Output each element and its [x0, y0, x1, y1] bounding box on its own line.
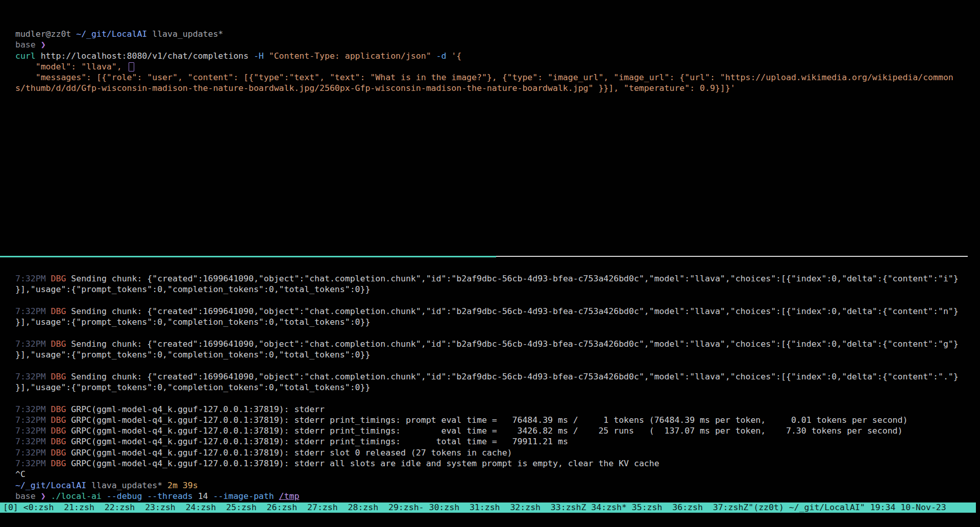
log-level: DBG [51, 404, 71, 414]
terminal-cursor [129, 62, 134, 71]
divider-white-segment [496, 256, 968, 257]
json-open: '{ [451, 51, 461, 61]
flag-data: -d [436, 51, 452, 61]
cwd-path: ~/_git/LocalAI [76, 29, 152, 39]
terminal-line: 7:32PM DBG GRPC(ggml-model-q4_k.gguf-127… [15, 458, 959, 469]
git-branch: llava_updates* [91, 481, 167, 490]
terminal-line: curl http://localhost:8080/v1/chat/compl… [15, 51, 953, 61]
interrupt-signal: ^C [15, 469, 26, 479]
terminal-line [15, 327, 959, 338]
log-time: 7:32PM [15, 274, 51, 283]
tmp-path-link[interactable]: /tmp [279, 491, 300, 501]
terminal-line: 7:32PM DBG GRPC(ggml-model-q4_k.gguf-127… [15, 404, 959, 415]
user-host: mudler@zz0t [15, 29, 76, 39]
terminal-line: 7:32PM DBG GRPC(ggml-model-q4_k.gguf-127… [15, 447, 959, 458]
log-level: DBG [51, 339, 71, 349]
terminal-line: "messages": [{"role": "user", "content":… [15, 72, 953, 83]
json-model-line: "model": "llava", [15, 62, 127, 71]
log-message: Sending chunk: {"created":1699641090,"ob… [71, 274, 958, 283]
tmux-session-label: [0] [3, 502, 23, 512]
cwd-path: ~/_git/LocalAI [15, 481, 91, 490]
tmux-status-bar: [0] <0:zsh 21:zsh 22:zsh 23:zsh 24:zsh 2… [0, 502, 976, 513]
log-time: 7:32PM [15, 404, 51, 414]
terminal-line: base ❯ ./local-ai --debug --threads 14 -… [15, 491, 959, 501]
log-message: GRPC(ggml-model-q4_k.gguf-127.0.0.1:3781… [71, 415, 908, 425]
terminal-line: }],"usage":{"prompt_tokens":0,"completio… [15, 317, 959, 327]
flag-header: -H [254, 51, 269, 61]
terminal-line: s/thumb/d/dd/Gfp-wisconsin-madison-the-n… [15, 83, 953, 93]
log-message: Sending chunk: {"created":1699641090,"ob… [71, 372, 958, 381]
log-message: }],"usage":{"prompt_tokens":0,"completio… [15, 382, 370, 392]
terminal-line: 7:32PM DBG GRPC(ggml-model-q4_k.gguf-127… [15, 436, 959, 447]
divider-teal-segment [0, 256, 496, 257]
conda-env: base [15, 40, 41, 50]
flags: --debug --threads [107, 491, 198, 501]
log-level: DBG [51, 426, 71, 436]
terminal-line: "model": "llava", [15, 61, 953, 72]
git-branch: llava_updates* [152, 29, 223, 39]
log-level: DBG [51, 274, 71, 283]
threads-value: 14 [198, 491, 213, 501]
terminal-window: { "colors": { "background": "#010101", "… [0, 0, 980, 527]
log-time: 7:32PM [15, 448, 51, 458]
terminal-line: base ❯ [15, 39, 953, 50]
log-message: GRPC(ggml-model-q4_k.gguf-127.0.0.1:3781… [71, 426, 902, 436]
log-time: 7:32PM [15, 372, 51, 381]
terminal-line: 7:32PM DBG GRPC(ggml-model-q4_k.gguf-127… [15, 425, 959, 436]
command-input-area[interactable]: mudler@zz0t ~/_git/LocalAI llava_updates… [15, 29, 953, 94]
log-message: Sending chunk: {"created":1699641090,"ob… [71, 339, 958, 349]
terminal-line: 7:32PM DBG Sending chunk: {"created":169… [15, 273, 959, 284]
tmux-right-status: "(zz0t) ~/_git/LocalAI" 19:34 10-Nov-23 [748, 502, 946, 512]
log-level: DBG [51, 306, 71, 316]
terminal-line: ^C [15, 469, 959, 480]
prompt-chevron: ❯ [41, 40, 46, 50]
conda-env: base [15, 491, 41, 501]
log-message: }],"usage":{"prompt_tokens":0,"completio… [15, 350, 370, 360]
terminal-line: }],"usage":{"prompt_tokens":0,"completio… [15, 284, 959, 295]
log-message: GRPC(ggml-model-q4_k.gguf-127.0.0.1:3781… [71, 459, 659, 468]
terminal-line: }],"usage":{"prompt_tokens":0,"completio… [15, 382, 959, 393]
terminal-line: 7:32PM DBG Sending chunk: {"created":169… [15, 371, 959, 382]
terminal-line: mudler@zz0t ~/_git/LocalAI llava_updates… [15, 29, 953, 39]
log-time: 7:32PM [15, 437, 51, 446]
json-messages-line: "messages": [{"role": "user", "content":… [15, 73, 953, 82]
log-time: 7:32PM [15, 459, 51, 468]
log-level: DBG [51, 415, 71, 425]
log-level: DBG [51, 372, 71, 381]
command-local-ai: ./local-ai [51, 491, 107, 501]
terminal-line: 7:32PM DBG Sending chunk: {"created":169… [15, 339, 959, 349]
log-message: GRPC(ggml-model-q4_k.gguf-127.0.0.1:3781… [71, 448, 512, 458]
log-message: }],"usage":{"prompt_tokens":0,"completio… [15, 284, 370, 294]
log-time: 7:32PM [15, 415, 51, 425]
terminal-line: ~/_git/LocalAI llava_updates* 2m 39s [15, 480, 959, 491]
terminal-line: 7:32PM DBG GRPC(ggml-model-q4_k.gguf-127… [15, 415, 959, 425]
prompt-chevron: ❯ [41, 491, 51, 501]
terminal-line: }],"usage":{"prompt_tokens":0,"completio… [15, 349, 959, 360]
json-messages-continuation: s/thumb/d/dd/Gfp-wisconsin-madison-the-n… [15, 83, 736, 93]
log-level: DBG [51, 459, 71, 468]
command-curl: curl [15, 51, 41, 61]
terminal-line [15, 360, 959, 371]
flag-image-path: --image-path [213, 491, 279, 501]
log-level: DBG [51, 437, 71, 446]
log-output-area: 7:32PM DBG Sending chunk: {"created":169… [15, 273, 959, 501]
header-value: "Content-Type: application/json" [269, 51, 436, 61]
tmux-window-list[interactable]: <0:zsh 21:zsh 22:zsh 23:zsh 24:zsh 25:zs… [23, 502, 749, 512]
log-message: GRPC(ggml-model-q4_k.gguf-127.0.0.1:3781… [71, 404, 330, 414]
command-duration: 2m 39s [167, 481, 198, 490]
log-time: 7:32PM [15, 339, 51, 349]
log-message: }],"usage":{"prompt_tokens":0,"completio… [15, 317, 370, 327]
log-message: GRPC(ggml-model-q4_k.gguf-127.0.0.1:3781… [71, 437, 568, 446]
log-message: Sending chunk: {"created":1699641090,"ob… [71, 306, 958, 316]
curl-url: http://localhost:8080/v1/chat/completion… [41, 51, 254, 61]
pane-divider [0, 256, 968, 257]
log-time: 7:32PM [15, 306, 51, 316]
terminal-line: 7:32PM DBG Sending chunk: {"created":169… [15, 306, 959, 317]
log-time: 7:32PM [15, 426, 51, 436]
log-level: DBG [51, 448, 71, 458]
terminal-line [15, 393, 959, 403]
terminal-line [15, 295, 959, 306]
